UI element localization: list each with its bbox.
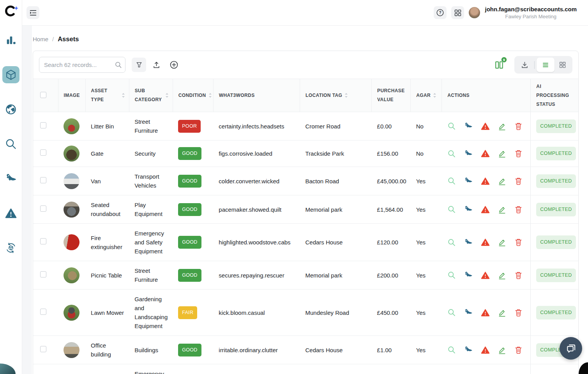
row-checkbox[interactable]	[40, 177, 46, 183]
report-issue-action-button[interactable]	[481, 238, 490, 246]
row-checkbox[interactable]	[40, 309, 46, 315]
report-issue-action-button[interactable]	[481, 149, 490, 158]
ai-status-badge: COMPLETED	[536, 235, 576, 249]
report-issue-action-button[interactable]	[481, 271, 490, 279]
select-all-checkbox[interactable]	[40, 92, 46, 98]
report-issue-action-button[interactable]	[481, 346, 490, 354]
purchase-value-cell: £1,765.00	[372, 364, 411, 374]
list-view-icon	[542, 61, 549, 68]
delete-action-button[interactable]	[514, 122, 523, 131]
delete-action-button[interactable]	[514, 238, 523, 247]
apps-grid-button[interactable]	[451, 6, 464, 19]
report-issue-action-button[interactable]	[481, 177, 490, 185]
download-button[interactable]	[517, 58, 532, 72]
tools-action-button[interactable]	[464, 177, 473, 185]
columns-count-badge: 9	[501, 57, 507, 63]
tools-action-button[interactable]	[464, 346, 473, 354]
edit-action-button[interactable]	[498, 177, 506, 186]
view-action-button[interactable]	[447, 238, 456, 247]
user-avatar[interactable]	[469, 7, 480, 18]
row-checkbox[interactable]	[40, 149, 46, 156]
report-issue-action-button[interactable]	[481, 122, 490, 130]
row-checkbox[interactable]	[40, 346, 46, 352]
condition-cell: GOOD	[173, 195, 213, 224]
grid-view-button[interactable]	[554, 58, 570, 72]
collapse-sidebar-button[interactable]	[26, 6, 39, 19]
delete-action-button[interactable]	[514, 346, 523, 355]
edit-action-button[interactable]	[498, 308, 506, 317]
sub-category-cell: Emergency and Safety Equipment	[129, 224, 173, 261]
tools-action-button[interactable]	[464, 149, 473, 158]
agar-cell: Yes	[411, 224, 442, 261]
tools-action-button[interactable]	[464, 308, 473, 317]
delete-action-button[interactable]	[514, 177, 523, 186]
asset-thumbnail[interactable]	[64, 118, 79, 134]
tools-action-button[interactable]	[464, 271, 473, 279]
agar-cell: Yes	[411, 195, 442, 224]
view-action-button[interactable]	[447, 308, 456, 317]
edit-action-button[interactable]	[498, 346, 506, 355]
filter-button[interactable]	[132, 58, 146, 72]
list-view-button[interactable]	[537, 58, 554, 72]
column-header[interactable]: AGAR	[411, 79, 442, 112]
columns-button[interactable]: 9	[493, 58, 506, 72]
sort-arrows-icon	[165, 93, 169, 98]
row-checkbox[interactable]	[40, 205, 46, 212]
column-header[interactable]: LOCATION TAG	[300, 79, 371, 112]
upload-button[interactable]	[149, 58, 164, 72]
edit-action-button[interactable]	[498, 122, 506, 131]
breadcrumb-home-link[interactable]: Home	[33, 36, 48, 42]
edit-action-button[interactable]	[498, 238, 506, 247]
row-checkbox[interactable]	[40, 238, 46, 244]
view-action-button[interactable]	[447, 177, 456, 185]
edit-action-button[interactable]	[498, 271, 506, 280]
sidebar-item-search[interactable]	[2, 135, 19, 153]
view-action-button[interactable]	[447, 149, 456, 158]
asset-thumbnail[interactable]	[64, 267, 79, 283]
sidebar-item-issues[interactable]	[2, 205, 19, 222]
row-checkbox[interactable]	[40, 271, 46, 277]
help-button[interactable]: ?	[434, 6, 447, 19]
report-issue-action-button[interactable]	[481, 205, 490, 214]
delete-action-button[interactable]	[514, 271, 523, 280]
row-checkbox[interactable]	[40, 122, 46, 128]
edit-action-button[interactable]	[498, 149, 506, 158]
search-input[interactable]	[39, 57, 125, 73]
sidebar-item-dashboard[interactable]	[2, 32, 19, 49]
view-action-button[interactable]	[447, 271, 456, 279]
asset-type-cell: Fire Alarm	[85, 364, 129, 374]
asset-thumbnail[interactable]	[64, 305, 79, 321]
sidebar-item-assets[interactable]	[2, 66, 19, 83]
location-tag-cell: Mundesley Road	[300, 290, 371, 336]
delete-action-button[interactable]	[514, 308, 523, 317]
agar-cell: Yes	[411, 364, 442, 374]
delete-action-button[interactable]	[514, 205, 523, 214]
edit-action-button[interactable]	[498, 205, 506, 214]
asset-thumbnail[interactable]	[64, 202, 79, 218]
tools-action-button[interactable]	[464, 122, 473, 130]
asset-thumbnail[interactable]	[64, 173, 79, 189]
column-header[interactable]: SUB CATEGORY	[129, 79, 173, 112]
sidebar-item-ai-processing[interactable]	[2, 239, 19, 256]
view-action-button[interactable]	[447, 346, 456, 354]
asset-thumbnail[interactable]	[64, 146, 79, 162]
sidebar-item-maintenance[interactable]	[2, 170, 19, 187]
tools-action-button[interactable]	[464, 238, 473, 247]
user-block[interactable]: john.fagan@scribeaccounts.com Fawley Par…	[485, 6, 577, 19]
tools-action-button[interactable]	[464, 205, 473, 214]
location-tag-cell: Cedars House	[300, 364, 371, 374]
table-row: Picnic Table Street Furniture GOOD secur…	[33, 261, 578, 290]
view-action-button[interactable]	[447, 122, 456, 130]
sidebar-item-map[interactable]	[2, 101, 19, 118]
ai-status-badge: COMPLETED	[536, 147, 576, 160]
edit-pencil-icon	[498, 177, 506, 186]
chat-launcher-button[interactable]	[560, 337, 582, 360]
asset-thumbnail[interactable]	[64, 342, 79, 358]
column-header[interactable]: CONDITION	[173, 79, 213, 112]
report-issue-action-button[interactable]	[481, 309, 490, 317]
column-header[interactable]: ASSET TYPE	[85, 79, 129, 112]
add-record-button[interactable]	[167, 58, 181, 72]
asset-thumbnail[interactable]	[64, 234, 79, 250]
view-action-button[interactable]	[447, 205, 456, 214]
delete-action-button[interactable]	[514, 149, 523, 158]
